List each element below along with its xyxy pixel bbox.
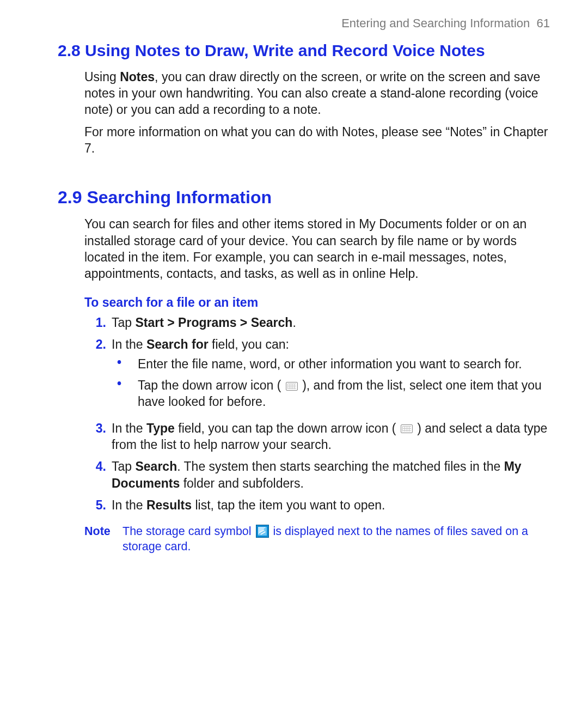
step-1-text: Tap Start > Programs > Search. — [112, 314, 550, 331]
step-1-number: 1. — [84, 314, 112, 331]
running-header-title: Entering and Searching Information — [341, 16, 530, 30]
section-2-9-subhead: To search for a file or an item — [84, 295, 550, 310]
bullet-dot-icon: • — [112, 356, 138, 369]
step-4-number: 4. — [84, 458, 112, 475]
bullet-dot-icon: • — [112, 377, 138, 391]
step-3-number: 3. — [84, 420, 112, 436]
step-4: 4. Tap Search. The system then starts se… — [84, 458, 550, 491]
step-1: 1. Tap Start > Programs > Search. — [84, 314, 550, 331]
section-2-8-title: Using Notes to Draw, Write and Record Vo… — [85, 41, 485, 59]
section-2-8-heading: 2.8 Using Notes to Draw, Write and Recor… — [58, 40, 550, 61]
section-2-9-heading: 2.9 Searching Information — [58, 186, 550, 208]
section-2-9-para-1: You can search for files and other items… — [84, 216, 550, 282]
section-2-9-title: Searching Information — [87, 187, 272, 207]
section-2-9-number: 2.9 — [58, 187, 82, 207]
steps-list: 1. Tap Start > Programs > Search. 2. In … — [84, 314, 550, 514]
section-2-8-number: 2.8 — [58, 41, 81, 59]
step-5-text: In the Results list, tap the item you wa… — [112, 497, 550, 513]
step-2-bullet-1: • Enter the file name, word, or other in… — [112, 356, 550, 372]
step-3: 3. In the Type field, you can tap the do… — [84, 420, 550, 453]
step-4-text: Tap Search. The system then starts searc… — [112, 458, 550, 491]
keyboard-dropdown-icon — [401, 424, 413, 433]
step-5-number: 5. — [84, 497, 112, 513]
note-text: The storage card symbol is displayed nex… — [122, 524, 550, 555]
step-2-bullets: • Enter the file name, word, or other in… — [112, 356, 550, 410]
step-2-bullet-2: • Tap the down arrow icon ( ), and from … — [112, 377, 550, 410]
document-page: Entering and Searching Information 61 2.… — [0, 0, 588, 723]
step-2: 2. In the Search for field, you can: • E… — [84, 336, 550, 414]
section-2-8-para-1: Using Notes, you can draw directly on th… — [84, 69, 550, 118]
page-number: 61 — [537, 16, 550, 30]
step-3-text: In the Type field, you can tap the down … — [112, 420, 550, 453]
storage-card-icon — [256, 525, 269, 538]
note-label: Note — [84, 524, 122, 539]
step-2-text: In the Search for field, you can: • Ente… — [112, 336, 550, 414]
step-5: 5. In the Results list, tap the item you… — [84, 497, 550, 513]
running-header: Entering and Searching Information 61 — [60, 16, 550, 31]
step-2-number: 2. — [84, 336, 112, 353]
note-block: Note The storage card symbol is displaye… — [84, 524, 550, 555]
section-2-8-para-2: For more information on what you can do … — [84, 124, 550, 157]
keyboard-dropdown-icon — [286, 382, 298, 391]
